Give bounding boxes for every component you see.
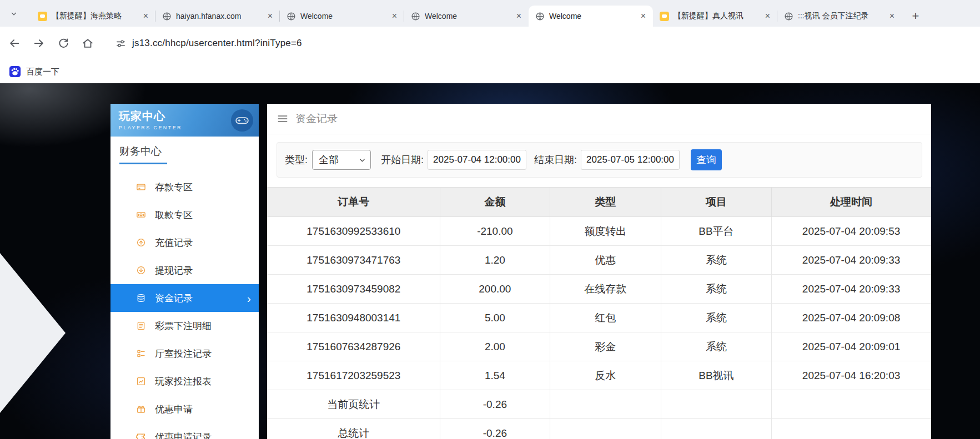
cell-item: 系统 (661, 332, 772, 361)
type-label: 类型: (285, 153, 308, 166)
globe-favicon-icon (287, 12, 296, 21)
start-date-input[interactable] (428, 150, 526, 170)
tab-live-alert[interactable]: 【新提醒】真人视讯 × (653, 6, 777, 27)
globe-favicon-icon (411, 12, 420, 21)
reload-button[interactable] (53, 33, 73, 53)
sidebar-item-withdraw-zone[interactable]: 取款专区 (110, 201, 259, 229)
cell-order-no: 1751607634287926 (268, 332, 440, 361)
cell-amount: 5.00 (440, 304, 550, 332)
cell-empty (661, 390, 772, 419)
tab-list: 【新提醒】海燕策略 × haiyan.hfanax.com × Welcome … (31, 6, 924, 27)
gamepad-icon (231, 109, 253, 132)
menu-icon[interactable] (277, 113, 288, 124)
table-row: 1751630973471763 1.20 优惠 系统 2025-07-04 2… (268, 246, 931, 275)
tab-close-icon[interactable]: × (638, 11, 649, 22)
tab-welcome-2[interactable]: Welcome × (404, 6, 529, 27)
sidebar-item-lottery-bet-details[interactable]: 彩票下注明细 (110, 312, 259, 340)
table-row-page-total: 当前页统计 -0.26 (268, 390, 931, 419)
cell-time: 2025-07-04 20:09:08 (772, 304, 931, 332)
sidebar-item-label: 取款专区 (155, 209, 193, 221)
tab-welcome-active[interactable]: Welcome × (529, 6, 653, 27)
coins-stack-icon (136, 293, 146, 303)
tab-hfanax[interactable]: haiyan.hfanax.com × (155, 6, 280, 27)
panel-header: 资金记录 (267, 104, 931, 134)
tab-welcome-1[interactable]: Welcome × (280, 6, 404, 27)
globe-favicon-icon (535, 12, 545, 21)
sidebar-item-label: 玩家投注报表 (155, 375, 212, 388)
cell-type: 红包 (550, 304, 661, 332)
end-date-input[interactable] (581, 150, 680, 170)
cell-time: 2025-07-04 20:09:53 (772, 217, 931, 246)
sidebar-item-promo-apply-records[interactable]: 优惠申请记录 (110, 423, 259, 439)
back-button[interactable] (4, 33, 24, 53)
background-triangle-shape (0, 253, 66, 413)
sidebar-item-deposit-zone[interactable]: 存款专区 (110, 173, 259, 201)
end-date-label: 结束日期: (534, 153, 577, 166)
tab-close-icon[interactable]: × (265, 11, 275, 22)
cell-time: 2025-07-04 16:20:03 (772, 361, 931, 390)
table-row: 1751617203259523 1.54 反水 BB视讯 2025-07-04… (268, 361, 931, 390)
sidebar-item-label: 优惠申请 (155, 403, 193, 416)
cell-amount: 1.20 (440, 246, 550, 275)
tab-close-icon[interactable]: × (389, 11, 400, 22)
tab-title: Welcome (425, 12, 509, 21)
sidebar-item-withdrawal-records[interactable]: 提现记录 (110, 256, 259, 284)
sidebar-item-player-bet-report[interactable]: 玩家投注报表 (110, 367, 259, 395)
home-button[interactable] (78, 33, 98, 53)
tab-close-icon[interactable]: × (514, 11, 524, 22)
tab-bet-records[interactable]: :::视讯 会员下注纪录 × (777, 6, 902, 27)
chevron-down-icon (10, 10, 18, 18)
chevron-right-icon: › (247, 292, 251, 304)
address-bar[interactable]: js13.cc/hhcp/usercenter.html?iniType=6 (108, 32, 971, 54)
site-settings-icon[interactable] (115, 38, 126, 49)
bank-card-icon (136, 182, 146, 192)
sidebar-item-label: 存款专区 (155, 181, 193, 194)
table-row-grand-total: 总统计 -0.26 (268, 419, 931, 439)
type-select[interactable]: 全部 (312, 150, 371, 170)
query-button[interactable]: 查询 (691, 149, 722, 170)
cell-order-no: 1751630973471763 (268, 246, 440, 275)
bookmarks-bar: 百度一下 (0, 60, 980, 83)
cell-time: 2025-07-04 20:09:33 (772, 275, 931, 304)
sidebar-item-label: 资金记录 (155, 292, 193, 305)
col-header-time: 处理时间 (772, 188, 931, 217)
document-list-icon (136, 321, 146, 331)
sidebar-item-funds-records[interactable]: 资金记录 › (110, 284, 259, 312)
sidebar-item-hall-bet-records[interactable]: 厅室投注记录 (110, 340, 259, 367)
funds-records-panel: 资金记录 类型: 全部 开始日期: 结束日期: 查询 订单号 金额 类型 (267, 104, 931, 439)
reload-icon (58, 38, 69, 49)
tab-close-icon[interactable]: × (762, 11, 773, 22)
tab-search-button[interactable] (7, 7, 21, 21)
gift-icon (136, 404, 146, 414)
sidebar-item-recharge-records[interactable]: 充值记录 (110, 229, 259, 256)
new-tab-button[interactable]: + (907, 8, 924, 24)
tab-close-icon[interactable]: × (140, 11, 151, 22)
sidebar-item-label: 提现记录 (155, 264, 193, 277)
cell-item: 系统 (661, 304, 772, 332)
chat-favicon-icon (660, 12, 669, 21)
cash-icon (136, 210, 146, 220)
tab-close-icon[interactable]: × (887, 11, 897, 22)
chat-favicon-icon (38, 12, 47, 21)
chevron-down-icon (359, 157, 366, 164)
globe-favicon-icon (162, 12, 172, 21)
back-arrow-icon (8, 37, 21, 49)
start-date-label: 开始日期: (381, 153, 424, 166)
tab-haiyan-alert[interactable]: 【新提醒】海燕策略 × (31, 6, 155, 27)
page-title: 资金记录 (295, 112, 338, 126)
cell-amount: -210.00 (440, 217, 550, 246)
tab-title: :::视讯 会员下注纪录 (798, 11, 882, 21)
cell-item: BB视讯 (661, 361, 772, 390)
table-row: 1751630973459082 200.00 在线存款 系统 2025-07-… (268, 275, 931, 304)
bookmark-baidu[interactable]: 百度一下 (9, 65, 59, 78)
tab-title: haiyan.hfanax.com (176, 12, 260, 21)
coin-up-icon (136, 238, 146, 248)
url-text: js13.cc/hhcp/usercenter.html?iniType=6 (132, 38, 302, 49)
cell-amount: -0.26 (440, 390, 550, 419)
sidebar-item-promo-apply[interactable]: 优惠申请 (110, 395, 259, 423)
sidebar-item-label: 厅室投注记录 (155, 347, 212, 360)
cell-type: 彩金 (550, 332, 661, 361)
forward-button[interactable] (29, 33, 49, 53)
tab-title: 【新提醒】海燕策略 (52, 11, 136, 21)
cell-item: 系统 (661, 246, 772, 275)
